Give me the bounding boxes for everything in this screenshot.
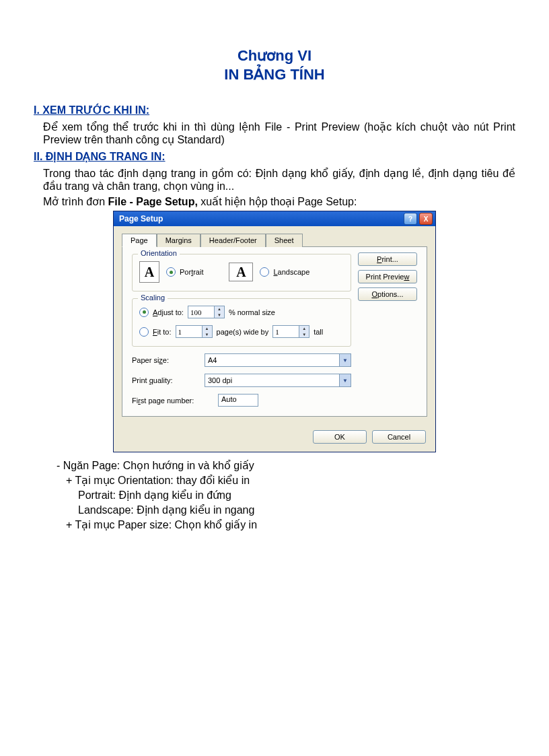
tab-sheet[interactable]: Sheet — [266, 234, 303, 247]
fit-label: Fit to: — [153, 328, 172, 336]
adjust-suffix: % normal size — [229, 308, 275, 316]
fit-mid-label: page(s) wide by — [217, 328, 269, 336]
section-1-heading: I. XEM TRƯỚC KHI IN: — [34, 104, 515, 116]
cancel-button[interactable]: Cancel — [372, 430, 426, 444]
chevron-down-icon[interactable]: ▼ — [215, 312, 224, 318]
print-button[interactable]: Print... — [358, 252, 417, 266]
adjust-spinner[interactable]: ▲▼ — [188, 306, 225, 318]
paper-size-combo[interactable]: A4 ▼ — [205, 353, 351, 367]
paper-size-value: A4 — [205, 356, 339, 364]
paper-size-label: Paper size: — [132, 356, 199, 364]
adjust-label: Adjust to: — [153, 308, 184, 316]
orientation-legend: Orientation — [138, 249, 180, 257]
print-preview-button[interactable]: Print Preview — [358, 270, 417, 283]
tab-page[interactable]: Page — [122, 234, 157, 247]
bullet-4: Landscape: Định dạng kiểu in ngang — [34, 504, 515, 516]
help-icon[interactable]: ? — [404, 213, 417, 225]
bullet-5: + Tại mục Paper size: Chọn khổ giấy in — [34, 518, 515, 531]
page-setup-dialog: Page Setup ? X Page Margins Header/Foote… — [113, 211, 436, 452]
portrait-label: Portrait — [180, 268, 203, 276]
tab-margins[interactable]: Margins — [157, 234, 200, 247]
portrait-radio[interactable] — [166, 267, 176, 277]
chevron-down-icon[interactable]: ▼ — [299, 332, 309, 338]
print-quality-combo[interactable]: 300 dpi ▼ — [205, 374, 351, 387]
bullet-1: - Ngăn Page: Chọn hướng in và khổ giấy — [34, 459, 515, 472]
fit-suffix: tall — [314, 328, 323, 336]
print-quality-label: Print quality: — [132, 376, 199, 384]
bullet-2: + Tại mục Orientation: thay đổi kiểu in — [34, 474, 515, 487]
options-button[interactable]: Options... — [358, 287, 417, 301]
fit-tall-value[interactable] — [273, 327, 299, 337]
section-2-body-1: Trong thao tác định dạng trang in gồm có… — [34, 167, 515, 193]
fit-tall-spinner[interactable]: ▲▼ — [272, 325, 309, 338]
landscape-icon: A — [229, 263, 253, 281]
page-title: IN BẢNG TÍNH — [34, 66, 515, 83]
fit-wide-spinner[interactable]: ▲▼ — [176, 325, 213, 338]
first-page-input[interactable]: Auto — [218, 394, 258, 407]
dialog-title: Page Setup — [119, 214, 163, 224]
section-2-heading: II. ĐỊNH DẠNG TRANG IN: — [34, 150, 515, 163]
adjust-value[interactable] — [188, 308, 214, 317]
chevron-down-icon[interactable]: ▼ — [339, 354, 351, 366]
portrait-icon: A — [139, 261, 159, 283]
chevron-up-icon[interactable]: ▲ — [215, 306, 224, 312]
chevron-down-icon[interactable]: ▼ — [203, 332, 212, 338]
tab-header-footer[interactable]: Header/Footer — [200, 234, 266, 247]
landscape-label: Landscape — [273, 268, 309, 276]
ok-button[interactable]: OK — [313, 430, 367, 444]
chevron-down-icon[interactable]: ▼ — [339, 374, 351, 386]
chevron-up-icon[interactable]: ▲ — [203, 326, 212, 332]
bullet-3: Portrait: Định dạng kiểu in đứng — [34, 489, 515, 502]
scaling-legend: Scaling — [138, 294, 168, 302]
section-1-body: Để xem tổng thể trước khi in thì dùng lệ… — [34, 121, 515, 146]
scaling-group: Scaling Adjust to: ▲▼ % normal size — [132, 298, 351, 347]
dialog-titlebar[interactable]: Page Setup ? X — [114, 211, 435, 226]
print-quality-value: 300 dpi — [205, 376, 339, 384]
chapter-label: Chương VI — [34, 47, 515, 65]
first-page-label: First page number: — [132, 397, 213, 405]
landscape-radio[interactable] — [260, 267, 269, 277]
fit-wide-value[interactable] — [176, 327, 202, 337]
close-icon[interactable]: X — [419, 213, 433, 225]
fit-radio[interactable] — [139, 327, 149, 337]
section-2-body-2: Mở trình đơn File - Page Setup, xuất hiệ… — [34, 195, 515, 208]
chevron-up-icon[interactable]: ▲ — [299, 326, 309, 332]
orientation-group: Orientation A Portrait A — [132, 254, 351, 291]
adjust-radio[interactable] — [139, 308, 149, 317]
